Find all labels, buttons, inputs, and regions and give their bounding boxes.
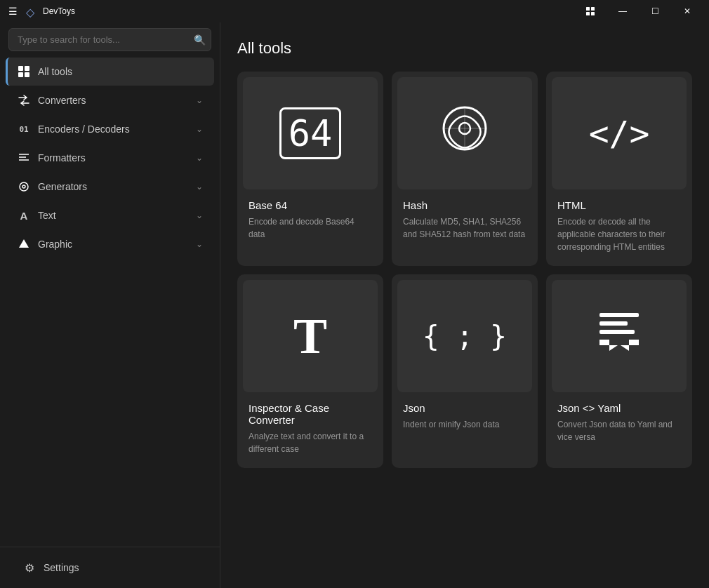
search-bar: 🔍 [8, 28, 211, 51]
tool-card-title-html: HTML [557, 199, 681, 211]
titlebar-controls: — ☐ ✕ [574, 0, 703, 22]
converters-chevron-icon: ⌄ [196, 95, 203, 105]
svg-point-12 [22, 185, 25, 188]
svg-rect-7 [25, 72, 29, 77]
sidebar-item-encoders-decoders[interactable]: 01 Encoders / Decoders ⌄ [6, 115, 214, 143]
svg-rect-16 [599, 313, 639, 317]
tool-card-icon-inspector: T [243, 280, 378, 392]
tool-card-title-inspector: Inspector & Case Converter [249, 402, 372, 426]
generators-chevron-icon: ⌄ [196, 182, 203, 192]
app-title: DevToys [43, 6, 75, 16]
settings-icon: ⚙ [22, 561, 37, 575]
tool-card-icon-hash [397, 77, 532, 189]
tool-card-icon-json: { ; } [397, 280, 532, 392]
tool-card-icon-html: </> [552, 77, 687, 189]
tool-card-icon-base64: 64 [243, 77, 378, 189]
sidebar-footer: ⚙ Settings [0, 547, 220, 588]
tool-card-desc-json: Indent or minify Json data [403, 418, 526, 431]
sidebar-item-all-tools[interactable]: All tools [6, 58, 214, 86]
generators-icon [17, 180, 31, 194]
app-icon: ◇ [26, 6, 37, 17]
formatters-icon [17, 151, 31, 165]
sidebar-item-generators[interactable]: Generators ⌄ [6, 173, 214, 201]
sidebar-item-formatters[interactable]: Formatters ⌄ [6, 144, 214, 172]
svg-rect-6 [18, 72, 23, 77]
sidebar-item-converters[interactable]: Converters ⌄ [6, 86, 214, 114]
svg-rect-17 [599, 321, 628, 326]
converters-icon [17, 93, 31, 107]
hash-icon [440, 104, 489, 163]
json-icon: { ; } [423, 320, 507, 352]
all-tools-icon [17, 65, 31, 79]
sidebar-item-label-converters: Converters [38, 95, 189, 106]
sidebar-item-settings[interactable]: ⚙ Settings [11, 554, 208, 582]
tool-card-title-hash: Hash [403, 199, 526, 211]
svg-rect-1 [591, 7, 595, 11]
maximize-button[interactable]: ☐ [639, 0, 671, 22]
tool-card-body-json: Json Indent or minify Json data [392, 392, 538, 443]
titlebar: ☰ ◇ DevToys — ☐ ✕ [0, 0, 709, 22]
main-content: All tools 64 Base 64 Encode and decode B… [220, 22, 709, 588]
sidebar-nav: All tools Converters ⌄ 01 Encoders / Dec… [0, 57, 220, 547]
svg-rect-5 [25, 66, 29, 71]
tool-card-title-json: Json [403, 402, 526, 414]
sidebar-item-label-formatters: Formatters [38, 152, 189, 163]
search-icon: 🔍 [194, 34, 206, 46]
tool-card-title-base64: Base 64 [249, 199, 372, 211]
tools-grid: 64 Base 64 Encode and decode Base64 data [237, 72, 692, 468]
svg-rect-2 [586, 12, 590, 15]
tool-card-json[interactable]: { ; } Json Indent or minify Json data [392, 274, 538, 468]
sidebar-item-label-graphic: Graphic [38, 239, 189, 250]
minimize-button[interactable]: — [607, 0, 639, 22]
tool-card-desc-base64: Encode and decode Base64 data [249, 215, 372, 241]
snapshot-button[interactable] [574, 0, 607, 22]
close-button[interactable]: ✕ [671, 0, 703, 22]
encoders-icon: 01 [17, 122, 31, 136]
tool-card-title-json-yaml: Json <> Yaml [557, 402, 681, 414]
sidebar-item-label-all-tools: All tools [38, 66, 203, 77]
tool-card-body-hash: Hash Calculate MD5, SHA1, SHA256 and SHA… [392, 189, 538, 253]
sidebar-item-label-encoders: Encoders / Decoders [38, 123, 189, 135]
json-yaml-icon [594, 306, 644, 367]
tool-card-body-inspector: Inspector & Case Converter Analyze text … [237, 392, 383, 468]
svg-rect-3 [591, 12, 595, 15]
app-body: 🔍 All tools Converters ⌄ 01 Encoders / D… [0, 22, 709, 588]
base64-icon: 64 [279, 107, 342, 159]
sidebar-item-label-text: Text [38, 210, 189, 221]
tool-card-hash[interactable]: Hash Calculate MD5, SHA1, SHA256 and SHA… [392, 72, 538, 266]
tool-card-desc-inspector: Analyze text and convert it to a differe… [249, 430, 372, 455]
sidebar-item-text[interactable]: A Text ⌄ [6, 201, 214, 229]
svg-rect-0 [586, 7, 590, 11]
tool-card-html[interactable]: </> HTML Encode or decode all the applic… [546, 72, 692, 266]
tool-card-base64[interactable]: 64 Base 64 Encode and decode Base64 data [237, 72, 383, 266]
html-icon: </> [589, 114, 650, 153]
tool-card-body-base64: Base 64 Encode and decode Base64 data [237, 189, 383, 253]
tool-card-inspector[interactable]: T Inspector & Case Converter Analyze tex… [237, 274, 383, 468]
svg-rect-18 [599, 330, 635, 334]
tool-card-json-yaml[interactable]: Json <> Yaml Convert Json data to Yaml a… [546, 274, 692, 468]
svg-point-11 [20, 182, 28, 191]
tool-card-desc-json-yaml: Convert Json data to Yaml and vice versa [557, 418, 681, 443]
inspector-icon: T [293, 307, 327, 366]
sidebar-item-label-generators: Generators [38, 181, 189, 192]
sidebar-item-graphic[interactable]: Graphic ⌄ [6, 230, 214, 258]
search-input[interactable] [8, 28, 211, 51]
text-chevron-icon: ⌄ [196, 211, 203, 220]
tool-card-icon-json-yaml [552, 280, 687, 392]
sidebar: 🔍 All tools Converters ⌄ 01 Encoders / D… [0, 22, 220, 588]
graphic-chevron-icon: ⌄ [196, 239, 203, 249]
page-title: All tools [237, 39, 692, 58]
tool-card-desc-html: Encode or decode all the applicable char… [557, 215, 681, 253]
svg-marker-13 [19, 239, 29, 248]
text-icon: A [17, 208, 31, 222]
formatters-chevron-icon: ⌄ [196, 153, 203, 163]
titlebar-left: ☰ ◇ DevToys [6, 3, 75, 20]
hamburger-button[interactable]: ☰ [6, 3, 20, 20]
graphic-icon [17, 237, 31, 251]
svg-rect-4 [18, 66, 23, 71]
encoders-chevron-icon: ⌄ [196, 124, 203, 134]
tool-card-body-json-yaml: Json <> Yaml Convert Json data to Yaml a… [546, 392, 692, 456]
sidebar-item-label-settings: Settings [44, 562, 197, 573]
tool-card-desc-hash: Calculate MD5, SHA1, SHA256 and SHA512 h… [403, 215, 526, 241]
tool-card-body-html: HTML Encode or decode all the applicable… [546, 189, 692, 266]
